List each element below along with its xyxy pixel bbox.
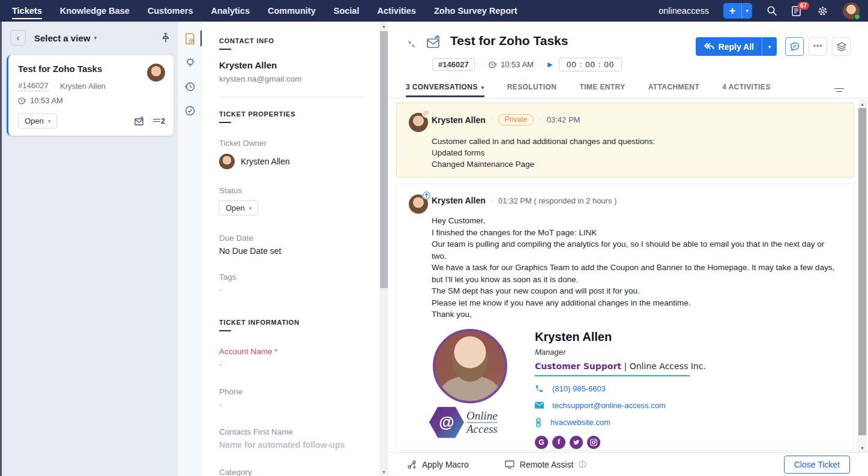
reply-author[interactable]: Krysten Allen	[432, 196, 486, 205]
signature-separator: |	[621, 361, 630, 371]
approvals-icon[interactable]	[178, 98, 202, 122]
ticket-detail-panel: Test for Zoho Tasks #146027 · 10:53 AM ·…	[389, 22, 868, 476]
facebook-icon[interactable]: f	[552, 436, 565, 449]
scrollbar-thumb[interactable]	[380, 31, 388, 288]
nav-item-community[interactable]: Community	[268, 1, 316, 20]
signature-company: Online Access Inc.	[630, 361, 706, 371]
notifications-icon[interactable]: 67	[792, 6, 803, 16]
signature-website-link[interactable]: hvacwebsite.com	[550, 418, 610, 427]
chevron-down-icon[interactable]: ▾	[762, 37, 777, 56]
nav-item-zoho-survey-report[interactable]: Zoho Survey Report	[434, 1, 517, 20]
timer-value[interactable]: 00 : 00 : 00	[559, 58, 622, 71]
apply-macro-button[interactable]: Apply Macro	[407, 460, 469, 469]
chevron-down-icon[interactable]: ▾	[741, 3, 752, 19]
ticket-properties-icon[interactable]	[178, 26, 202, 50]
reply-all-button[interactable]: Reply All ▾	[696, 37, 777, 56]
email-icon	[535, 402, 544, 409]
private-note[interactable]: Krysten Allen · Private · 03:42 PM Custo…	[396, 103, 854, 178]
ticket-id[interactable]: #146027	[18, 81, 49, 91]
ticket-list-item[interactable]: Test for Zoho Tasks #146027 · Krysten Al…	[7, 55, 173, 136]
view-header: ‹ Select a view ▾	[2, 22, 178, 54]
account-name-value[interactable]: -	[219, 360, 365, 369]
contacts-first-name-value[interactable]: Name for automated follow-ups	[219, 440, 365, 450]
tab-time-entry[interactable]: TIME ENTRY	[579, 83, 625, 97]
phone-icon	[535, 384, 544, 393]
nav-item-knowledge-base[interactable]: Knowledge Base	[60, 1, 130, 20]
play-timer-icon[interactable]: ▶	[547, 61, 552, 68]
tab-resolution[interactable]: RESOLUTION	[507, 83, 557, 97]
collapse-icon[interactable]	[407, 40, 416, 49]
ticket-id-badge[interactable]: #146027	[432, 58, 475, 71]
status-dropdown[interactable]: Open ▾	[18, 113, 57, 128]
nav-item-social[interactable]: Social	[334, 1, 360, 20]
chat-bubble-icon	[790, 42, 800, 52]
chevron-down-icon: ▾	[481, 85, 484, 91]
email-signature: @ Online Access Krysten Allen Manager Cu…	[432, 329, 842, 449]
ticket-properties-panel: CONTACT INFO Krysten Allen krysten.na@gm…	[202, 22, 389, 476]
nav-item-tickets[interactable]: Tickets	[12, 1, 42, 20]
dot-separator: ·	[53, 83, 55, 89]
note-author[interactable]: Krysten Allen	[432, 115, 486, 125]
tab-attachment[interactable]: ATTACHMENT	[648, 83, 700, 97]
conversation-filter-icon[interactable]	[834, 86, 844, 94]
dot-separator: ·	[491, 197, 493, 204]
more-actions-button[interactable]: •••	[809, 37, 827, 56]
nav-menu: Tickets Knowledge Base Customers Analyti…	[0, 1, 517, 20]
note-line: Changed Maintenance Page	[432, 158, 842, 170]
instagram-icon[interactable]	[587, 436, 600, 449]
conversation-list: Krysten Allen · Private · 03:42 PM Custo…	[389, 98, 858, 452]
tab-activities[interactable]: 4 ACTIVITIES	[722, 83, 770, 97]
google-icon[interactable]: G	[535, 436, 548, 449]
nav-item-activities[interactable]: Activities	[377, 1, 415, 20]
reply-line: Hey Customer,	[432, 215, 840, 227]
back-button[interactable]: ‹	[10, 30, 26, 46]
reply-message[interactable]: Krysten Allen · 01:32 PM ( responded in …	[396, 183, 854, 451]
status-value: Open	[226, 203, 245, 212]
ticket-properties-heading: TICKET PROPERTIES	[219, 110, 365, 123]
ticket-footer-bar: Apply Macro Remote Assist Close Ticket	[389, 452, 868, 476]
contact-info-heading: CONTACT INFO	[219, 37, 365, 50]
thread-count-icon[interactable]: 2	[153, 117, 165, 125]
owner-name[interactable]: Krysten Allen	[241, 157, 290, 166]
ticket-list-panel: ‹ Select a view ▾ Test for Zoho Tasks #1…	[2, 22, 178, 476]
scroll-up-arrow[interactable]: ▲	[379, 22, 388, 30]
suggestions-icon[interactable]	[178, 50, 202, 74]
view-selector[interactable]: Select a view	[34, 33, 90, 43]
user-avatar[interactable]	[843, 2, 860, 19]
search-icon[interactable]	[767, 5, 777, 16]
signature-email-link[interactable]: techsupport@online-access.com	[552, 401, 666, 410]
nav-item-analytics[interactable]: Analytics	[211, 1, 250, 20]
scroll-up-arrow[interactable]: ▲	[858, 100, 867, 108]
contacts-first-name-label: Contacts First Name	[219, 427, 365, 436]
reply-line: Thank you,	[432, 309, 840, 321]
contact-name: Krysten Allen	[219, 60, 365, 70]
clock-icon	[18, 97, 26, 105]
scroll-down-arrow[interactable]: ▼	[379, 468, 388, 476]
ticket-contact-name: Krysten Allen	[60, 82, 106, 91]
nav-item-customers[interactable]: Customers	[148, 1, 193, 20]
add-ticket-button[interactable]: + ▾	[723, 3, 752, 19]
comment-button[interactable]	[785, 37, 804, 56]
due-date-value[interactable]: No Due Date set	[219, 246, 365, 256]
status-dropdown[interactable]: Open ▾	[219, 200, 258, 215]
gear-icon[interactable]	[817, 5, 828, 17]
split-view-button[interactable]	[832, 37, 851, 56]
conversation-scrollbar[interactable]: ▲ ▼	[858, 100, 867, 452]
pin-icon[interactable]	[161, 33, 170, 43]
history-icon[interactable]	[178, 74, 202, 98]
scroll-down-arrow[interactable]: ▼	[858, 444, 867, 452]
contact-email[interactable]: krysten.na@gmail.com	[219, 74, 365, 83]
properties-scrollbar[interactable]: ▲ ▼	[379, 22, 388, 476]
phone-value[interactable]: -	[219, 400, 365, 409]
note-author-avatar	[409, 113, 428, 132]
tab-conversations[interactable]: 3 CONVERSATIONS▾	[406, 83, 484, 97]
signature-phone-link[interactable]: (810) 985-6603	[552, 384, 606, 393]
tags-value[interactable]: -	[219, 285, 365, 295]
dot-separator: ·	[539, 116, 541, 123]
macro-icon	[407, 460, 417, 469]
scrollbar-thumb[interactable]	[858, 108, 866, 435]
remote-assist-button[interactable]: Remote Assist	[505, 460, 586, 469]
close-ticket-button[interactable]: Close Ticket	[784, 456, 850, 474]
chevron-down-icon: ▾	[94, 35, 97, 41]
twitter-icon[interactable]	[570, 436, 583, 449]
